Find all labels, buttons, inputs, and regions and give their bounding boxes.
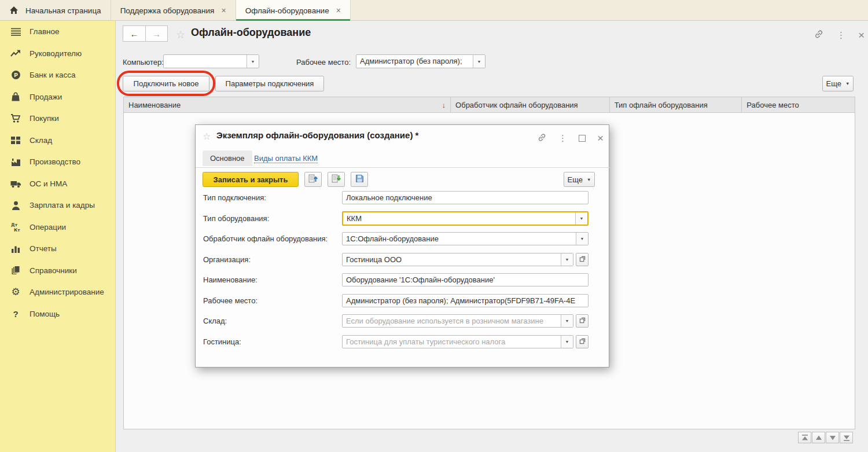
name-input[interactable]: Оборудование '1С:Офлайн-оборудование' (342, 273, 589, 286)
sort-desc-icon: ↓ (442, 101, 446, 109)
workplace-filter-label: Рабочее место: (296, 58, 351, 67)
download-to-device-icon (332, 174, 341, 185)
more-button-label: Еще (826, 79, 841, 88)
hotel-combo[interactable]: Гостиница для уплаты туристического нало… (342, 335, 573, 348)
workplace-filter-value[interactable]: Администратор (без пароля); (356, 55, 473, 68)
save-and-close-button[interactable]: Записать и закрыть (203, 172, 299, 187)
sidebar-item-label: Продажи (30, 93, 62, 101)
equipment-type-combo[interactable]: ККМ ▼ (342, 211, 589, 226)
download-to-device-button[interactable] (328, 172, 345, 187)
back-button[interactable]: ← (123, 25, 145, 42)
sidebar-item-fixed-assets[interactable]: ОС и НМА (0, 173, 115, 195)
scroll-last-button[interactable] (840, 432, 853, 443)
workplace-filter-combo[interactable]: Администратор (без пароля); ▼ (356, 54, 486, 68)
open-hotel-button[interactable] (576, 335, 589, 348)
scroll-down-button[interactable] (826, 432, 839, 443)
dialog-more-button[interactable]: Еще▼ (564, 172, 595, 187)
organization-value[interactable]: Гостиница ООО (343, 253, 561, 266)
tab-offline-equipment[interactable]: Офлайн-оборудование × (236, 0, 351, 21)
open-in-form-icon (579, 317, 586, 325)
dialog-window-controls: ⋮ × (537, 133, 604, 144)
tab-home[interactable]: Начальная страница (0, 0, 111, 21)
sidebar-item-sales[interactable]: Продажи (0, 86, 115, 108)
sidebar-item-manager[interactable]: Руководителю (0, 43, 115, 65)
close-dialog-icon[interactable]: × (597, 134, 604, 143)
field-label-connection-type: Тип подключения: (203, 191, 341, 204)
upload-from-device-button[interactable] (304, 172, 322, 187)
offline-handler-value[interactable]: 1С:Офлайн-оборудование (343, 233, 576, 245)
sidebar-item-reports[interactable]: Отчеты (0, 238, 115, 260)
sidebar-item-help[interactable]: ? Помощь (0, 303, 115, 325)
chevron-down-icon[interactable]: ▼ (575, 212, 587, 225)
chevron-down-icon[interactable]: ▼ (561, 336, 573, 348)
column-label: Обработчик офлайн оборудования (455, 101, 578, 109)
sidebar-item-label: Склад (30, 136, 52, 145)
more-button[interactable]: Еще▼ (822, 76, 854, 91)
scroll-up-button[interactable] (812, 432, 825, 443)
get-link-icon[interactable] (814, 29, 824, 41)
offline-handler-combo[interactable]: 1С:Офлайн-оборудование ▼ (342, 232, 589, 245)
computer-filter-value[interactable] (164, 55, 247, 68)
sidebar-item-production[interactable]: Производство (0, 151, 115, 173)
more-menu-kebab-icon[interactable]: ⋮ (837, 31, 845, 39)
connection-params-button[interactable]: Параметры подключения (215, 76, 324, 91)
workplace-input[interactable]: Администратор (без пароля); Администрато… (342, 294, 589, 307)
gear-icon: ⚙ (10, 287, 21, 297)
dialog-tab-main[interactable]: Основное (203, 150, 252, 166)
warehouse-grid-icon (10, 135, 21, 145)
more-menu-kebab-icon[interactable]: ⋮ (558, 134, 567, 142)
home-icon (9, 6, 19, 15)
open-organization-button[interactable] (576, 253, 589, 266)
warehouse-combo[interactable]: Если оборудование используется в розничн… (342, 314, 573, 328)
close-page-icon[interactable]: × (858, 31, 865, 40)
equipment-type-value[interactable]: ККМ (343, 212, 575, 225)
maximize-icon[interactable] (579, 135, 586, 142)
dialog-title: Экземпляр офлайн-оборудования (создание)… (216, 130, 418, 140)
sidebar-item-directories[interactable]: Справочники (0, 260, 115, 282)
get-link-icon[interactable] (537, 133, 547, 144)
close-tab-icon[interactable]: × (336, 6, 341, 15)
column-header-type[interactable]: Тип офлайн оборудования (610, 97, 742, 112)
tab-label: Начальная страница (25, 6, 101, 15)
chevron-down-icon[interactable]: ▼ (561, 253, 573, 266)
sidebar-item-payroll-hr[interactable]: Зарплата и кадры (0, 194, 115, 216)
column-header-handler[interactable]: Обработчик офлайн оборудования (451, 97, 610, 112)
sidebar-item-purchases[interactable]: Покупки (0, 108, 115, 130)
column-header-name[interactable]: Наименование ↓ (124, 97, 451, 112)
favorite-star-icon[interactable]: ☆ (203, 131, 211, 142)
scroll-first-button[interactable] (798, 432, 811, 443)
chevron-down-icon[interactable]: ▼ (576, 233, 588, 245)
cart-icon (10, 113, 21, 124)
sidebar-item-administration[interactable]: ⚙ Администрирование (0, 281, 115, 303)
sidebar-item-warehouse[interactable]: Склад (0, 130, 115, 152)
sidebar-item-label: Покупки (30, 114, 59, 123)
connection-type-input[interactable]: Локальное подключение (342, 191, 589, 204)
field-label-name: Наименование: (203, 273, 341, 286)
hotel-placeholder[interactable]: Гостиница для уплаты туристического нало… (343, 336, 561, 348)
chevron-down-icon[interactable]: ▼ (473, 55, 485, 68)
favorite-star-icon[interactable]: ☆ (176, 28, 185, 41)
save-parameters-button[interactable] (351, 172, 368, 187)
application-window: Начальная страница Поддержка оборудовани… (0, 0, 868, 452)
computer-filter-combo[interactable]: ▼ (163, 54, 259, 68)
tab-label: Офлайн-оборудование (245, 6, 329, 15)
warehouse-placeholder[interactable]: Если оборудование используется в розничн… (343, 315, 561, 327)
field-label-organization: Организация: (203, 253, 341, 266)
organization-combo[interactable]: Гостиница ООО ▼ (342, 253, 573, 266)
sidebar-item-bank-cash[interactable]: Р Банк и касса (0, 64, 115, 86)
sidebar-item-operations[interactable]: ДтКт Операции (0, 216, 115, 238)
factory-icon (10, 157, 21, 167)
tab-equipment-support[interactable]: Поддержка оборудования × (111, 0, 236, 21)
chevron-down-icon[interactable]: ▼ (247, 55, 259, 68)
dialog-tab-payment-types[interactable]: Виды оплаты ККМ (254, 154, 318, 163)
open-warehouse-button[interactable] (576, 314, 589, 328)
connect-new-button[interactable]: Подключить новое (123, 76, 209, 91)
column-header-workplace[interactable]: Рабочее место (742, 97, 855, 112)
column-label: Наименование (128, 101, 181, 109)
sidebar-item-label: ОС и НМА (30, 179, 67, 188)
forward-button[interactable]: → (145, 25, 168, 42)
close-tab-icon[interactable]: × (221, 6, 226, 15)
sidebar-item-main[interactable]: Главное (0, 21, 115, 43)
chevron-down-icon[interactable]: ▼ (561, 315, 573, 327)
trend-up-icon (10, 48, 21, 58)
